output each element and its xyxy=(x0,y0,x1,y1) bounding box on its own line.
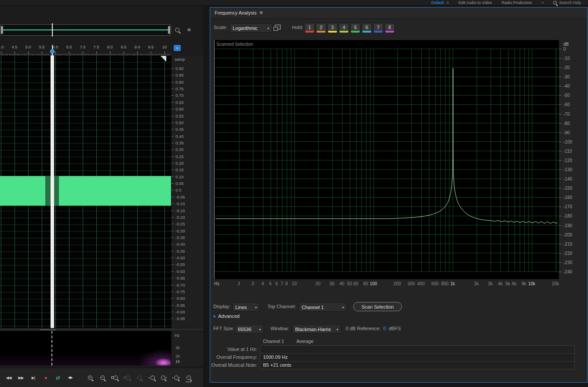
amplitude-tick xyxy=(172,95,174,96)
amplitude-tick xyxy=(172,258,174,258)
db-reference-value[interactable]: 0 xyxy=(383,326,386,331)
window-value: Blackman-Harris xyxy=(295,327,331,332)
help-search[interactable]: Search Help xyxy=(553,0,581,5)
db-axis-unit: dB xyxy=(563,42,569,47)
hold-button-2[interactable]: 2 xyxy=(317,24,325,33)
amplitude-tick xyxy=(172,318,174,319)
copy-to-clipboard-icon[interactable] xyxy=(275,25,281,29)
hold-color-strip xyxy=(351,31,360,33)
window-select[interactable]: Blackman-Harris ▾ xyxy=(292,325,341,334)
zoom-out-button[interactable]: − xyxy=(97,372,107,383)
hz-axis-label: 3k xyxy=(488,281,493,286)
db-axis-label: -160 xyxy=(563,195,572,200)
zoom-in-right-edge-button[interactable]: › xyxy=(159,372,169,383)
analysis-value-field[interactable]: B5 +21 cents xyxy=(260,361,575,369)
adjust-selection-button[interactable]: ◀▶ xyxy=(65,372,75,383)
fft-size-select[interactable]: 65536 ▾ xyxy=(235,325,264,334)
time-ruler[interactable]: 4.04.55.05.56.06.57.07.58.08.59.09.510 xyxy=(0,44,171,55)
workspace-menu-icon[interactable]: ≡ xyxy=(446,0,449,5)
workspace-overflow-icon[interactable]: » xyxy=(541,0,544,5)
advanced-toggle[interactable]: ▾ Advanced xyxy=(213,313,240,319)
spectral-ruler[interactable]: Hz 4k2k1k xyxy=(171,331,203,365)
zoom-in-button[interactable]: + xyxy=(85,372,95,383)
amplitude-tick xyxy=(172,298,174,299)
amplitude-label: -0.60 xyxy=(175,269,185,274)
workspace-tab-radio-production[interactable]: Radio Production xyxy=(501,0,532,5)
workspace-tab-default[interactable]: Default xyxy=(431,0,444,5)
navigator-playhead[interactable] xyxy=(52,23,53,37)
playhead-handle[interactable] xyxy=(50,49,55,54)
amplitude-label: 0.55 xyxy=(175,114,184,118)
spectral-display[interactable] xyxy=(0,331,171,365)
hold-button-8[interactable]: 8 xyxy=(385,24,394,33)
db-axis-label: -230 xyxy=(563,260,572,265)
analysis-row-label: Overall Frequency: xyxy=(210,353,260,361)
db-axis-label: -30 xyxy=(563,74,570,79)
playhead-column[interactable] xyxy=(51,55,54,328)
time-label: 10 xyxy=(162,45,167,49)
fast-forward-button[interactable]: ▶▶ xyxy=(16,372,26,383)
editor-menu-icon[interactable]: ≡ xyxy=(187,26,191,33)
skip-to-next-button[interactable]: ▶| xyxy=(28,372,38,383)
analysis-column-header: Channel 1 xyxy=(263,339,284,344)
hold-button-3[interactable]: 3 xyxy=(328,24,337,33)
amplitude-label: -0.55 xyxy=(175,262,185,267)
db-axis-tick xyxy=(559,188,561,188)
hold-button-4[interactable]: 4 xyxy=(340,24,348,33)
zoom-to-selection-button[interactable] xyxy=(110,372,120,383)
navigator-right-handle[interactable] xyxy=(168,26,170,34)
spectral-frequency-label: 2k xyxy=(175,354,180,358)
scan-selection-button[interactable]: Scan Selection xyxy=(353,302,402,311)
db-axis-label: -120 xyxy=(563,158,572,163)
loop-playback-button[interactable]: ⇄ xyxy=(53,372,63,383)
workspace-tab-edit-audio-to-video[interactable]: Edit Audio to Video xyxy=(459,0,492,5)
analysis-value-field[interactable] xyxy=(260,345,575,354)
time-label: 9.5 xyxy=(148,45,154,49)
db-axis-tick xyxy=(559,253,561,254)
fft-size-label: FFT Size: xyxy=(213,326,234,331)
amplitude-tick xyxy=(172,116,174,116)
panel-menu-icon[interactable]: ≡ xyxy=(259,9,263,16)
hold-button-7[interactable]: 7 xyxy=(374,24,383,33)
db-axis-tick xyxy=(559,123,561,124)
db-axis-tick xyxy=(559,206,561,207)
selection-handle-icon[interactable] xyxy=(161,56,166,62)
db-axis-label: -170 xyxy=(563,204,572,209)
rewind-button[interactable]: ◀◀ xyxy=(4,372,14,383)
zoom-navigator[interactable] xyxy=(0,24,171,36)
display-select[interactable]: Lines ▾ xyxy=(232,303,260,312)
amplitude-tick xyxy=(172,224,174,224)
amplitude-label: 0.45 xyxy=(175,127,184,132)
record-button[interactable]: ● xyxy=(40,372,51,383)
view-splitter[interactable] xyxy=(0,328,203,331)
navigator-left-handle[interactable] xyxy=(1,26,3,34)
amplitude-label: 0.0 xyxy=(175,188,181,192)
zoom-navigator-icon[interactable] xyxy=(175,28,179,32)
zoom-in-left-edge-button[interactable]: ‹ xyxy=(146,372,157,383)
scale-value: Logarithmic xyxy=(233,26,258,31)
amplitude-label: -0.50 xyxy=(175,255,185,260)
zoom-amplitude-button[interactable] xyxy=(183,372,194,383)
hold-button-1[interactable]: 1 xyxy=(305,24,314,33)
hold-buttons: 12345678 xyxy=(305,24,394,33)
amplitude-tick xyxy=(172,210,174,211)
hold-button-5[interactable]: 5 xyxy=(351,24,360,33)
zoom-between-markers-button[interactable]: ‹› xyxy=(171,372,181,383)
hold-color-strip xyxy=(362,31,371,33)
hold-color-strip xyxy=(374,31,383,33)
hz-axis-label: 8 xyxy=(285,281,288,286)
time-label: 9.0 xyxy=(135,45,140,49)
amplitude-label: 0.05 xyxy=(175,181,184,186)
waveform-display[interactable] xyxy=(0,55,171,328)
hz-axis-label: 3 xyxy=(252,281,254,286)
amplitude-ruler[interactable]: samp 0.900.850.800.750.700.650.600.550.5… xyxy=(171,55,203,328)
time-label: 5.0 xyxy=(26,45,31,49)
hold-button-6[interactable]: 6 xyxy=(362,24,371,33)
hold-color-strip xyxy=(328,31,337,33)
hz-axis-label: 20 xyxy=(316,281,321,286)
time-label: 4.0 xyxy=(0,45,4,49)
analysis-value-field[interactable]: 1000.09 Hz xyxy=(260,353,575,361)
top-channel-select[interactable]: Channel 1 ▾ xyxy=(299,303,347,312)
scale-select[interactable]: Logarithmic ▾ xyxy=(230,24,272,33)
analysis-row-label: Value at 1 Hz: xyxy=(210,345,260,354)
